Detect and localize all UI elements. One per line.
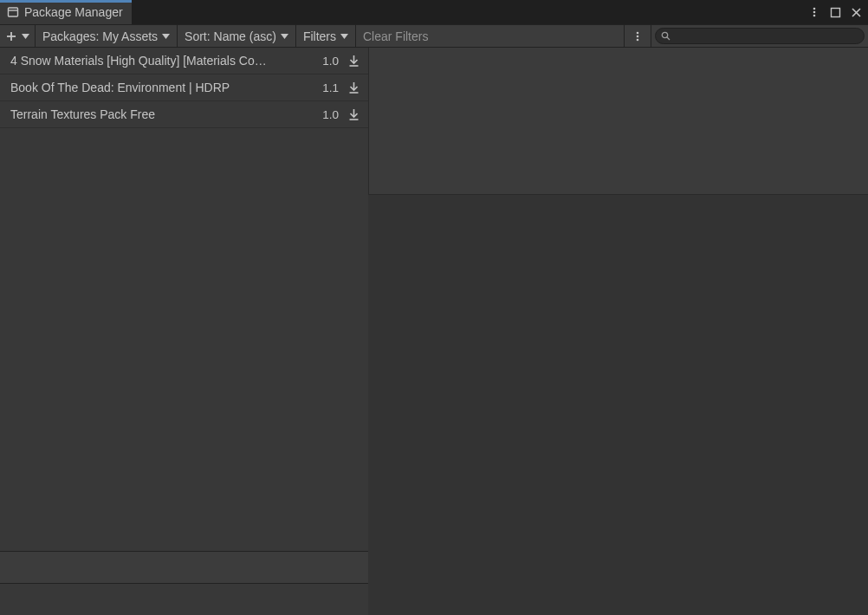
package-name: 4 Snow Materials [High Quality] [Materia… (10, 54, 315, 68)
search-container (651, 25, 868, 47)
package-row[interactable]: Book Of The Dead: Environment | HDRP1.1 (0, 74, 368, 101)
toolbar-options-button[interactable] (625, 25, 651, 47)
packages-scope-dropdown[interactable]: Packages: My Assets (36, 25, 178, 47)
download-icon[interactable] (346, 53, 361, 68)
package-version: 1.0 (322, 55, 339, 68)
footer-bar (0, 583, 368, 615)
plus-icon (5, 30, 17, 42)
package-name: Terrain Textures Pack Free (10, 107, 315, 121)
svg-line-18 (667, 37, 670, 40)
svg-marker-12 (281, 34, 288, 39)
svg-point-16 (637, 38, 639, 41)
kebab-menu-icon[interactable] (807, 5, 821, 19)
svg-rect-5 (831, 8, 839, 16)
chevron-down-icon (22, 32, 29, 40)
details-body (368, 195, 868, 615)
add-package-button[interactable] (0, 25, 36, 47)
svg-point-2 (813, 8, 816, 10)
svg-point-15 (637, 35, 639, 37)
package-list-pane: 4 Snow Materials [High Quality] [Materia… (0, 48, 368, 615)
search-icon (661, 31, 670, 41)
tab-package-manager[interactable]: Package Manager (0, 0, 133, 24)
svg-point-17 (662, 32, 667, 37)
download-icon[interactable] (346, 80, 361, 95)
chevron-down-icon (281, 32, 288, 40)
search-input[interactable] (674, 30, 858, 42)
tab-title-text: Package Manager (24, 5, 123, 19)
titlebar: Package Manager (0, 0, 868, 24)
svg-marker-10 (22, 34, 29, 39)
close-icon[interactable] (849, 5, 863, 19)
maximize-icon[interactable] (828, 5, 842, 19)
svg-point-3 (813, 11, 816, 14)
clear-filters-label: Clear Filters (363, 29, 428, 43)
sort-label: Sort: Name (asc) (185, 29, 276, 43)
toolbar-spacer (435, 25, 625, 47)
package-version: 1.0 (322, 108, 339, 121)
package-list: 4 Snow Materials [High Quality] [Materia… (0, 48, 368, 551)
package-row[interactable]: Terrain Textures Pack Free1.0 (0, 101, 368, 128)
svg-marker-13 (340, 34, 348, 39)
svg-marker-11 (162, 34, 170, 39)
chevron-down-icon (162, 32, 170, 40)
chevron-down-icon (340, 32, 348, 40)
package-version: 1.1 (322, 81, 339, 94)
sort-dropdown[interactable]: Sort: Name (asc) (178, 25, 296, 47)
package-list-empty-area (0, 128, 368, 551)
details-pane (368, 48, 868, 615)
clear-filters-button[interactable]: Clear Filters (356, 25, 435, 47)
package-manager-icon (7, 6, 19, 18)
kebab-menu-icon (632, 30, 644, 42)
download-icon[interactable] (346, 107, 361, 122)
details-header (368, 48, 868, 195)
package-name: Book Of The Dead: Environment | HDRP (10, 81, 315, 94)
toolbar: Packages: My Assets Sort: Name (asc) Fil… (0, 24, 868, 48)
package-row[interactable]: 4 Snow Materials [High Quality] [Materia… (0, 48, 368, 74)
filters-label: Filters (303, 29, 336, 43)
svg-rect-0 (9, 8, 18, 16)
svg-point-14 (637, 31, 639, 34)
packages-scope-label: Packages: My Assets (42, 29, 158, 43)
svg-point-4 (813, 15, 816, 17)
filters-dropdown[interactable]: Filters (296, 25, 356, 47)
status-bar (0, 551, 368, 583)
